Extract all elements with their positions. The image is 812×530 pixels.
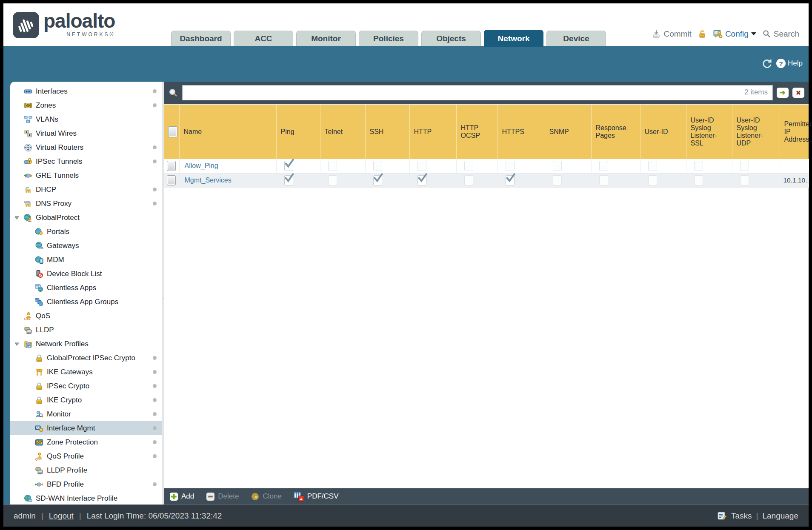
sidebar-item-device-block-list[interactable]: Device Block List [10,267,162,281]
pdfcsv-icon [294,491,304,502]
tab-objects[interactable]: Objects [421,31,481,46]
sidebar-item-globalprotect[interactable]: GlobalProtect [10,211,162,225]
sidebar-item-label: Interface Mgmt [47,424,95,433]
sidebar-item-monitor[interactable]: Monitor [10,407,162,421]
sidebar-item-qos[interactable]: QoSQoS [10,309,162,323]
tasks-button[interactable]: Tasks [731,511,752,521]
sidebar-item-label: QoS [36,312,50,320]
uid_syslog_udp-checkbox-unchecked [740,161,749,171]
http-checkbox-unchecked [417,161,426,171]
column-header-user-id[interactable]: User-ID [640,105,686,159]
clear-filter-button[interactable] [792,88,804,98]
global-search-button[interactable]: Search [762,29,799,39]
column-header-telnet[interactable]: Telnet [320,105,365,159]
sidebar-item-virtual-routers[interactable]: Virtual Routers [10,140,162,154]
column-header-user-id-syslog-listener-ssl[interactable]: User-ID Syslog Listener-SSL [686,105,732,159]
sidebar-item-ipsec-crypto[interactable]: IPSec Crypto [10,379,162,393]
sidebar-item-dns-proxy[interactable]: DNSDNS Proxy [10,197,162,211]
column-header-ping[interactable]: Ping [276,105,320,159]
top-bar: paloalto NETWORKS® DashboardACCMonitorPo… [3,3,809,46]
delete-icon [206,492,215,501]
app-window: paloalto NETWORKS® DashboardACCMonitorPo… [3,3,809,527]
telnet-cell [320,159,365,173]
tab-monitor[interactable]: Monitor [296,31,356,46]
sidebar-item-clientless-app-groups[interactable]: Clientless App Groups [10,295,162,309]
sidebar-item-network-profiles[interactable]: Network Profiles [10,337,162,351]
pdf-csv-button[interactable]: PDF/CSV [294,491,339,502]
sidebar-item-gateways[interactable]: Gateways [10,239,162,253]
sidebar-item-globalprotect-ipsec-crypto[interactable]: GlobalProtect IPSec Crypto [10,351,162,365]
status-dot [153,370,157,374]
clone-button[interactable]: Clone [251,492,281,501]
row-select-checkbox[interactable] [167,175,176,185]
refresh-icon[interactable] [761,58,772,69]
sidebar-item-portals[interactable]: Portals [10,225,162,239]
add-button[interactable]: Add [169,492,194,501]
row-link-mgmt-services[interactable]: Mgmt_Services [185,177,232,184]
sidebar-item-interfaces[interactable]: Interfaces [10,84,162,98]
sidebar-item-interface-mgmt[interactable]: Interface Mgmt [10,421,162,435]
column-header-name[interactable]: Name [179,105,276,159]
user_id-checkbox-unchecked [648,175,657,185]
logout-link[interactable]: Logout [49,511,74,521]
lock-icon [35,382,43,390]
row-select-checkbox[interactable] [167,161,176,171]
filter-input[interactable] [182,85,773,100]
lock-icon[interactable] [698,29,707,39]
config-menu-button[interactable]: Config [713,29,756,39]
tab-policies[interactable]: Policies [359,31,418,46]
sidebar-item-zone-protection[interactable]: Zone Protection [10,435,162,449]
sidebar-item-ike-crypto[interactable]: IKE Crypto [10,393,162,407]
column-header-https[interactable]: HTTPS [497,105,545,159]
sidebar-item-label: VLANs [36,115,58,124]
sidebar-item-dhcp[interactable]: IPDHCP [10,182,162,197]
expand-triangle-icon[interactable] [14,342,19,346]
apply-filter-button[interactable] [777,88,789,98]
sidebar-item-gre-tunnels[interactable]: GRE Tunnels [10,168,162,182]
lock-icon [35,396,43,405]
sidebar-item-ipsec-tunnels[interactable]: IPSec Tunnels [10,154,162,168]
help-icon: ? [776,59,786,68]
sidebar-item-lldp-profile[interactable]: LLDP Profile [10,463,162,477]
column-header-http[interactable]: HTTP [409,105,456,159]
brand-name: paloalto [43,9,115,33]
tab-device[interactable]: Device [546,31,606,46]
commit-label: Commit [663,29,691,39]
tab-acc[interactable]: ACC [234,31,293,46]
sidebar-item-clientless-apps[interactable]: Clientless Apps [10,281,162,295]
sidebar-item-lldp[interactable]: LLDP [10,323,162,337]
help-button[interactable]: ? Help [776,59,803,68]
filter-bar: 2 items [164,82,809,104]
column-header-http-ocsp[interactable]: HTTP OCSP [456,105,497,159]
gateways-icon [35,242,43,250]
delete-button[interactable]: Delete [206,492,239,501]
select-all-checkbox[interactable] [168,126,177,137]
column-header-user-id-syslog-listener-udp[interactable]: User-ID Syslog Listener-UDP [732,105,780,159]
main-nav-tabs: DashboardACCMonitorPoliciesObjectsNetwor… [171,29,606,46]
tab-dashboard[interactable]: Dashboard [171,31,231,46]
sidebar-item-qos-profile[interactable]: QoSQoS Profile [10,449,162,463]
commit-button[interactable]: Commit [652,29,691,39]
http_ocsp-checkbox-unchecked [464,175,473,185]
column-header-ssh[interactable]: SSH [365,105,409,159]
column-header-response-pages[interactable]: Response Pages [591,105,640,159]
status-dot [153,145,157,149]
sidebar-item-mdm[interactable]: MDM [10,253,162,267]
footer-separator: | [756,511,758,521]
column-header-snmp[interactable]: SNMP [545,105,591,159]
sidebar-item-label: BFD Profile [47,480,84,489]
top-actions: Commit Config Search [652,29,799,39]
language-button[interactable]: Language [762,511,798,521]
expand-triangle-icon[interactable] [14,216,19,220]
sidebar-item-ike-gateways[interactable]: IKE Gateways [10,365,162,379]
sidebar-item-virtual-wires[interactable]: Virtual Wires [10,126,162,140]
https-cell [497,159,545,173]
tab-network[interactable]: Network [484,30,543,47]
sidebar-item-sd-wan-interface-profile[interactable]: SD-WAN Interface Profile [10,491,162,504]
sidebar-item-vlans[interactable]: VLANs [10,112,162,126]
row-link-allow-ping[interactable]: Allow_Ping [185,162,218,169]
table-row-mgmt-services: Mgmt_Services10.1.10... [164,173,809,187]
sidebar-item-zones[interactable]: Zones [10,98,162,112]
column-header-permitted-ip-address[interactable]: Permitted IP Address... [780,105,809,159]
sidebar-item-bfd-profile[interactable]: BFD Profile [10,477,162,491]
